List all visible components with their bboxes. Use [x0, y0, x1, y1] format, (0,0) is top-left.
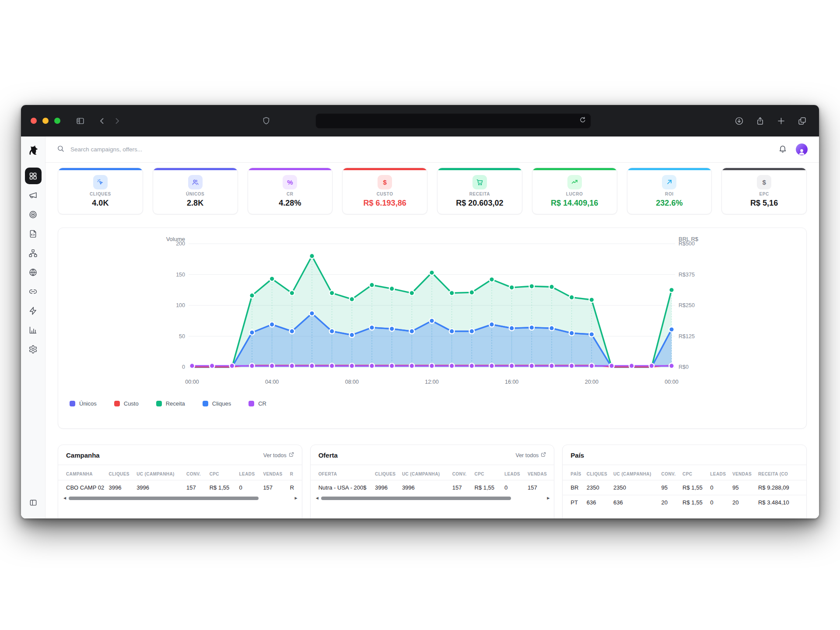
table-cell: 0 [707, 495, 730, 510]
scroll-right-arrow[interactable]: ▶ [295, 497, 298, 500]
sidebar-item-reports-bar-chart-icon[interactable] [25, 322, 42, 338]
minimize-window-button[interactable] [42, 118, 49, 124]
tables-row: CampanhaVer todosCAMPANHACLIQUESUC (CAMP… [58, 444, 807, 518]
table-title: Oferta [318, 452, 338, 459]
percent-icon: % [283, 175, 297, 189]
kpi-label: CLIQUES [90, 192, 111, 196]
external-link-icon [289, 452, 294, 458]
kpi-label: CR [287, 192, 294, 196]
sidebar-item-pages-file-code-icon[interactable] [25, 225, 42, 242]
sidebar-item-links-link-icon[interactable] [25, 283, 42, 300]
new-tab-icon[interactable] [774, 114, 788, 127]
table-cell: 3996 [106, 480, 134, 495]
table-row[interactable]: BR2350235095R$ 1,55095R$ 9.288,09 [563, 480, 806, 495]
legend-swatch [114, 401, 120, 406]
scrollbar-thumb[interactable] [321, 497, 511, 500]
column-header: VENDAS [525, 468, 554, 480]
svg-text:R$250: R$250 [679, 302, 695, 308]
table-cell: 20 [659, 495, 680, 510]
kpi-card-lucro: LUCROR$ 14.409,16 [532, 168, 617, 214]
downloads-icon[interactable] [732, 114, 746, 127]
tab-overview-icon[interactable] [794, 114, 809, 127]
table-cell: R$ 1,55 [472, 480, 502, 495]
table-row[interactable]: Nutra - USA - 200$39963996157R$ 1,550157 [311, 480, 554, 495]
cart-icon [472, 175, 487, 189]
table-cell: 0 [707, 480, 730, 495]
kpi-label: ROI [665, 192, 674, 196]
close-window-button[interactable] [31, 118, 37, 124]
column-header: CONV. [184, 468, 207, 480]
table-row[interactable]: PT63663620R$ 1,55020R$ 3.484,10 [563, 495, 806, 510]
sidebar-item-domains-globe-icon[interactable] [25, 264, 42, 280]
oferta-ver-todos-link[interactable]: Ver todos [516, 452, 546, 458]
traffic-lights [31, 118, 60, 124]
kpi-value: 4.0K [92, 199, 108, 208]
table-cell: 636 [584, 495, 611, 510]
users-icon [188, 175, 203, 189]
browser-sidebar-toggle-icon[interactable] [73, 114, 88, 127]
oferta-table-card: OfertaVer todosOFERTACLIQUESUC (CAMPANHA… [310, 444, 555, 518]
user-avatar[interactable] [796, 144, 808, 155]
sidebar-item-funnels-network-icon[interactable] [25, 245, 42, 261]
svg-text:R$0: R$0 [679, 364, 689, 370]
column-header: VENDAS [260, 468, 287, 480]
table-cell: BR [563, 480, 584, 495]
sidebar-collapse-icon[interactable] [25, 494, 42, 511]
scrollbar-track[interactable] [321, 497, 544, 500]
svg-text:08:00: 08:00 [345, 379, 359, 385]
sidebar-item-offers-target-icon[interactable] [25, 206, 42, 223]
legend-item-custo[interactable]: Custo [114, 400, 139, 407]
scroll-left-arrow[interactable]: ◀ [316, 497, 318, 500]
search-icon [57, 145, 64, 154]
table-title: País [570, 452, 584, 459]
notifications-bell-icon[interactable] [778, 144, 787, 155]
sidebar-item-campaigns-megaphone-icon[interactable] [25, 187, 42, 203]
kpi-value: 4.28% [279, 199, 301, 208]
kpi-value: 232.6% [656, 199, 682, 208]
table-cell: 20 [730, 495, 756, 510]
scrollbar-thumb[interactable] [69, 497, 259, 500]
table-cell: 0 [237, 480, 261, 495]
svg-text:20:00: 20:00 [585, 379, 598, 385]
legend-item-únicos[interactable]: Únicos [70, 400, 97, 407]
svg-text:200: 200 [176, 241, 185, 247]
traffic-chart: VolumeBRL R$0R$050R$125100R$250150R$3752… [58, 236, 807, 389]
forward-button[interactable] [109, 114, 124, 127]
campanha-ver-todos-link[interactable]: Ver todos [263, 452, 294, 458]
zoom-window-button[interactable] [54, 118, 60, 124]
table-cell: 2350 [611, 480, 659, 495]
kpi-row: CLIQUES4.0KÚNICOS2.8K%CR4.28%$CUSTOR$ 6.… [58, 168, 807, 214]
column-header: OFERTA [311, 468, 372, 480]
legend-item-receita[interactable]: Receita [156, 400, 185, 407]
scrollbar-track[interactable] [69, 497, 292, 500]
kpi-value: R$ 6.193,86 [364, 199, 406, 208]
table-cell: 636 [611, 495, 659, 510]
svg-text:0: 0 [182, 364, 185, 370]
scroll-right-arrow[interactable]: ▶ [547, 497, 550, 500]
search-bar[interactable] [57, 145, 778, 154]
table-row[interactable]: CBO CAMP 0239963996157R$ 1,550157R [58, 480, 302, 495]
sidebar-item-dashboard[interactable] [25, 168, 42, 184]
sidebar-item-automation-zap-icon[interactable] [25, 302, 42, 319]
table-cell: R [287, 480, 302, 495]
sidebar-item-settings-gear-icon[interactable] [25, 341, 42, 357]
column-header: LEADS [237, 468, 261, 480]
horizontal-scrollbar[interactable]: ◀▶ [311, 495, 554, 500]
table-cell: R$ 1,55 [207, 480, 237, 495]
legend-item-cliques[interactable]: Cliques [203, 400, 231, 407]
share-icon[interactable] [752, 114, 767, 127]
table-cell: Nutra - USA - 200$ [311, 480, 372, 495]
app-logo-dog-icon[interactable] [27, 144, 40, 157]
address-bar[interactable] [315, 113, 591, 129]
table-cell: 3996 [399, 480, 450, 495]
search-input[interactable] [70, 146, 253, 153]
back-button[interactable] [94, 114, 109, 127]
scroll-left-arrow[interactable]: ◀ [63, 497, 66, 500]
legend-item-cr[interactable]: CR [248, 400, 266, 407]
table-cell: 95 [659, 480, 680, 495]
address-input[interactable] [320, 117, 579, 125]
horizontal-scrollbar[interactable]: ◀▶ [58, 495, 302, 500]
browser-window: CLIQUES4.0KÚNICOS2.8K%CR4.28%$CUSTOR$ 6.… [21, 105, 819, 518]
reload-icon[interactable] [579, 116, 586, 125]
shield-icon[interactable] [259, 114, 273, 127]
